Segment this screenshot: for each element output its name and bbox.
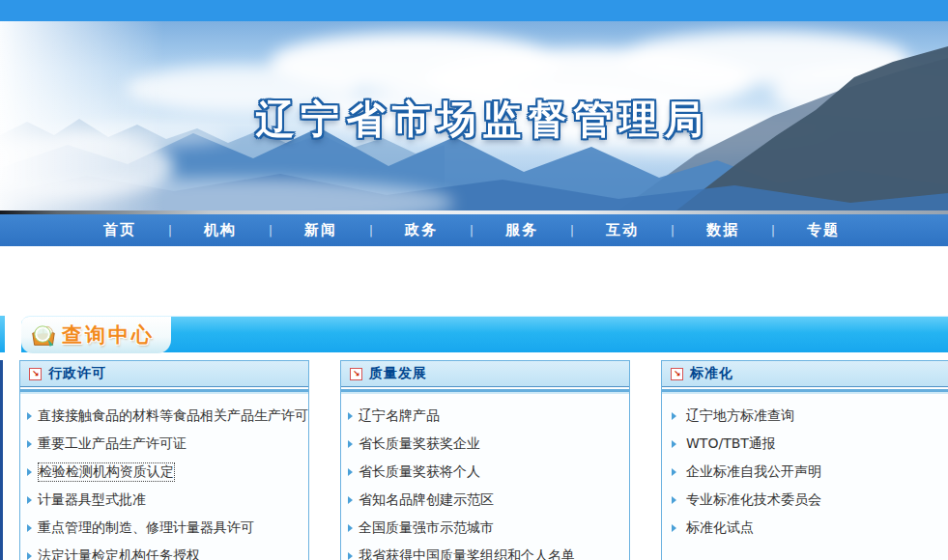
section-title: 行政许可 [48,365,106,382]
triangle-bullet-icon [672,468,676,476]
nav-item-home[interactable]: 首页 [83,221,157,239]
nav-item-data[interactable]: 数据 [686,221,760,239]
nav-separator: | [157,223,184,238]
triangle-bullet-icon [27,552,32,560]
nav-item-special[interactable]: 专题 [787,221,860,239]
list-item: 企业标准自我公开声明 [669,458,948,486]
section-header: ↘ 行政许可 [20,361,308,387]
query-center-bar: 查询中心 [21,316,948,352]
list-item: 辽宁地方标准查询 [669,402,948,430]
main-nav: 首页 | 机构 | 新闻 | 政务 | 服务 | 互动 | 数据 | 专题 [0,214,948,246]
tab-query-center[interactable]: 查询中心 [21,317,171,353]
triangle-bullet-icon [672,440,676,448]
query-link[interactable]: 重要工业产品生产许可证 [38,435,187,453]
site-title: 辽宁省市场监督管理局 [0,93,948,146]
section-administrative-licensing: ↘ 行政许可 直接接触食品的材料等食品相关产品生产许可 重要工业产品生产许可证 … [19,360,309,560]
section-standardization: ↘ 标准化 辽宁地方标准查询 WTO/TBT通报 企业标准自我公开声明 专业标准… [661,360,948,560]
query-link[interactable]: 重点管理的制造、修理计量器具许可 [38,519,254,537]
list-item: 省长质量奖获奖企业 [348,430,629,458]
section-header: ↘ 质量发展 [341,361,629,387]
query-link[interactable]: WTO/TBT通报 [686,435,776,453]
nav-item-gov[interactable]: 政务 [385,221,458,239]
left-edge-border-fragment [0,360,3,560]
section-title: 标准化 [690,365,733,382]
query-link[interactable]: 全国质量强市示范城市 [359,519,494,537]
query-link[interactable]: 直接接触食品的材料等食品相关产品生产许可 [38,407,308,425]
query-link[interactable]: 省长质量奖获奖企业 [359,435,480,453]
nav-item-service[interactable]: 服务 [485,221,559,239]
triangle-bullet-icon [27,440,32,448]
list-item: 我省获得中国质量奖组织和个人名单 [348,542,629,560]
link-list: 辽宁名牌产品 省长质量奖获奖企业 省长质量奖获将个人 省知名品牌创建示范区 全国… [341,394,629,560]
corner-arrow-icon: ↘ [29,368,42,380]
page-root: 辽宁省市场监督管理局 首页 | 机构 | 新闻 | 政务 | 服务 | 互动 |… [0,0,948,560]
tab-query-center-label: 查询中心 [62,322,155,349]
list-item: 计量器具型式批准 [27,486,308,514]
nav-separator: | [458,223,485,238]
triangle-bullet-icon [27,468,32,476]
nav-item-news[interactable]: 新闻 [284,221,358,239]
triangle-bullet-icon [672,524,676,532]
corner-arrow-icon: ↘ [671,368,683,380]
query-link[interactable]: 企业标准自我公开声明 [686,463,821,481]
nav-separator: | [559,223,586,238]
query-link[interactable]: 辽宁地方标准查询 [686,407,794,425]
query-center-icon [29,321,58,350]
list-item: 辽宁名牌产品 [348,402,629,430]
link-list: 辽宁地方标准查询 WTO/TBT通报 企业标准自我公开声明 专业标准化技术委员会… [662,394,948,542]
list-item: 直接接触食品的材料等食品相关产品生产许可 [27,402,308,430]
banner: 辽宁省市场监督管理局 [0,21,948,210]
query-link[interactable]: 省长质量奖获将个人 [359,463,480,481]
query-link[interactable]: 我省获得中国质量奖组织和个人名单 [359,547,575,560]
tab-bar-left-fragment [0,316,5,352]
section-header: ↘ 标准化 [662,361,948,387]
nav-item-interact[interactable]: 互动 [586,221,659,239]
query-link[interactable]: 法定计量检定机构任务授权 [38,547,200,560]
list-item: 省长质量奖获将个人 [348,458,629,486]
list-item: 重点管理的制造、修理计量器具许可 [27,514,308,542]
triangle-bullet-icon [348,524,353,532]
triangle-bullet-icon [672,412,676,420]
list-item: WTO/TBT通报 [669,430,948,458]
list-item: 重要工业产品生产许可证 [27,430,308,458]
query-link[interactable]: 标准化试点 [686,519,754,537]
triangle-bullet-icon [27,524,32,532]
top-blue-strip [0,0,948,21]
triangle-bullet-icon [27,496,32,504]
triangle-bullet-icon [27,412,32,420]
query-link-focused[interactable]: 检验检测机构资质认定 [38,462,175,482]
nav-separator: | [760,223,787,238]
list-item: 专业标准化技术委员会 [669,486,948,514]
query-link[interactable]: 计量器具型式批准 [38,491,146,509]
query-link[interactable]: 专业标准化技术委员会 [686,491,821,509]
section-title: 质量发展 [369,365,427,382]
triangle-bullet-icon [348,412,353,420]
triangle-bullet-icon [348,440,353,448]
list-item: 检验检测机构资质认定 [27,458,308,486]
corner-arrow-icon: ↘ [350,368,362,380]
query-link[interactable]: 辽宁名牌产品 [359,407,440,425]
triangle-bullet-icon [672,496,676,504]
nav-item-org[interactable]: 机构 [184,221,257,239]
triangle-bullet-icon [348,468,353,476]
query-link[interactable]: 省知名品牌创建示范区 [359,491,494,509]
list-item: 法定计量检定机构任务授权 [27,542,308,560]
section-quality-development: ↘ 质量发展 辽宁名牌产品 省长质量奖获奖企业 省长质量奖获将个人 省知名品牌创… [340,360,630,560]
link-list: 直接接触食品的材料等食品相关产品生产许可 重要工业产品生产许可证 检验检测机构资… [20,394,308,560]
triangle-bullet-icon [348,552,353,560]
nav-separator: | [659,223,686,238]
nav-separator: | [358,223,385,238]
triangle-bullet-icon [348,496,353,504]
list-item: 全国质量强市示范城市 [348,514,629,542]
nav-separator: | [257,223,284,238]
list-item: 标准化试点 [669,514,948,542]
list-item: 省知名品牌创建示范区 [348,486,629,514]
